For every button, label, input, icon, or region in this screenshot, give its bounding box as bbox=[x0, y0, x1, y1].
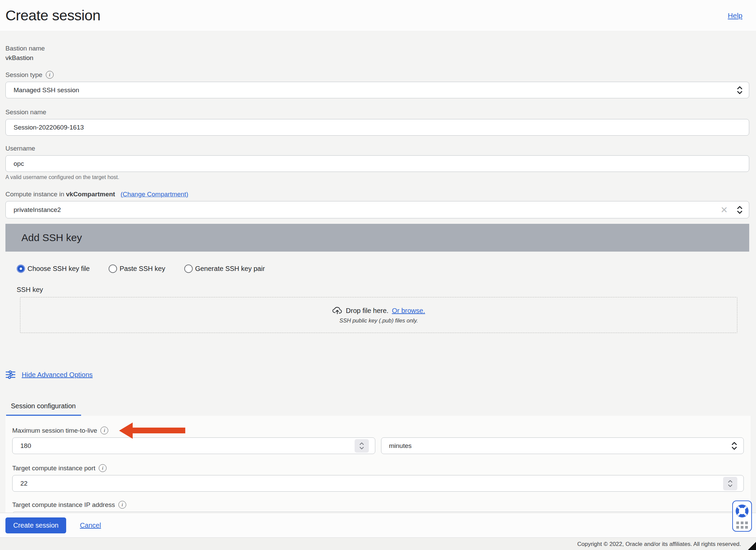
session-type-selected-value: Managed SSH session bbox=[14, 86, 79, 94]
page-title: Create session bbox=[5, 7, 100, 24]
bastion-name-label: Bastion name bbox=[5, 45, 749, 52]
radio-selected-icon bbox=[17, 264, 25, 273]
number-stepper[interactable] bbox=[355, 439, 369, 453]
upload-cloud-icon bbox=[332, 307, 342, 315]
radio-label: Choose SSH key file bbox=[27, 265, 90, 273]
browse-link[interactable]: Or browse. bbox=[392, 307, 425, 315]
radio-label: Paste SSH key bbox=[119, 265, 165, 273]
session-name-label: Session name bbox=[5, 109, 749, 116]
number-stepper[interactable] bbox=[723, 477, 737, 490]
ttl-unit-select[interactable]: minutes bbox=[381, 437, 744, 454]
radio-paste-ssh-key[interactable]: Paste SSH key bbox=[109, 264, 165, 273]
radio-generate-ssh-key-pair[interactable]: Generate SSH key pair bbox=[184, 264, 265, 273]
session-type-select[interactable]: Managed SSH session bbox=[5, 82, 749, 98]
tab-session-configuration[interactable]: Session configuration bbox=[6, 402, 81, 416]
drag-handle-dots-icon bbox=[736, 522, 748, 529]
copyright-text: Copyright © 2022, Oracle and/or its affi… bbox=[577, 541, 741, 548]
hide-advanced-options-link[interactable]: Hide Advanced Options bbox=[22, 371, 93, 379]
ip-address-label: Target compute instance IP address bbox=[12, 501, 115, 509]
ssh-key-label: SSH key bbox=[17, 286, 739, 294]
change-compartment-link[interactable]: (Change Compartment) bbox=[120, 191, 188, 198]
dropzone-hint: SSH public key (.pub) files only. bbox=[339, 317, 418, 324]
help-link[interactable]: Help bbox=[728, 12, 742, 20]
create-session-button[interactable]: Create session bbox=[5, 517, 66, 533]
add-ssh-key-panel: Add SSH key Choose SSH key file Paste SS… bbox=[5, 224, 749, 351]
username-helper-text: A valid username configured on the targe… bbox=[5, 174, 749, 180]
radio-unselected-icon bbox=[184, 264, 193, 273]
ttl-value-input[interactable]: 180 bbox=[12, 437, 375, 454]
ttl-value: 180 bbox=[20, 442, 31, 450]
add-ssh-key-title: Add SSH key bbox=[21, 232, 82, 243]
ip-address-info-icon[interactable]: i bbox=[118, 501, 126, 509]
session-type-label: Session type bbox=[5, 71, 42, 79]
cancel-link[interactable]: Cancel bbox=[80, 522, 101, 529]
page-header: Create session Help bbox=[0, 0, 756, 31]
session-type-info-icon[interactable]: i bbox=[46, 71, 54, 79]
lifebuoy-icon bbox=[735, 504, 750, 518]
compute-instance-label: Compute instance in vkCompartment bbox=[5, 191, 115, 198]
compartment-name: vkCompartment bbox=[66, 191, 115, 198]
mouse-cursor bbox=[744, 541, 756, 550]
radio-unselected-icon bbox=[109, 264, 117, 273]
port-info-icon[interactable]: i bbox=[99, 464, 107, 472]
action-bar: Create session Cancel bbox=[0, 513, 756, 538]
chevron-updown-icon bbox=[737, 85, 743, 95]
help-widget[interactable] bbox=[732, 500, 752, 532]
ttl-info-icon[interactable]: i bbox=[100, 427, 108, 434]
port-label: Target compute instance port bbox=[12, 465, 95, 472]
radio-label: Generate SSH key pair bbox=[195, 265, 265, 273]
ttl-label: Maximum session time-to-live bbox=[12, 427, 97, 434]
session-name-input[interactable]: Session-20220609-1613 bbox=[5, 119, 749, 136]
radio-choose-ssh-key-file[interactable]: Choose SSH key file bbox=[17, 264, 90, 273]
port-value: 22 bbox=[20, 480, 27, 487]
dropzone-text: Drop file here. bbox=[346, 307, 389, 315]
ttl-unit-value: minutes bbox=[389, 442, 412, 450]
clear-selection-icon[interactable]: ✕ bbox=[720, 205, 728, 214]
add-ssh-key-panel-header: Add SSH key bbox=[5, 224, 749, 252]
chevron-updown-icon bbox=[737, 205, 743, 215]
bastion-name-value: vkBastion bbox=[5, 54, 749, 62]
compute-instance-selected-value: privateInstance2 bbox=[14, 206, 61, 214]
session-name-value: Session-20220609-1613 bbox=[14, 124, 84, 131]
ssh-key-dropzone[interactable]: Drop file here. Or browse. SSH public ke… bbox=[20, 297, 737, 333]
username-input[interactable]: opc bbox=[5, 155, 749, 172]
chevron-updown-icon bbox=[731, 441, 737, 451]
username-label: Username bbox=[5, 145, 749, 152]
compute-instance-select[interactable]: privateInstance2 ✕ bbox=[5, 201, 749, 218]
port-input[interactable]: 22 bbox=[12, 475, 744, 492]
username-value: opc bbox=[14, 160, 24, 168]
create-session-form: Bastion name vkBastion Session type i Ma… bbox=[0, 45, 756, 534]
page-footer: Copyright © 2022, Oracle and/or its affi… bbox=[0, 538, 756, 550]
sliders-icon bbox=[5, 370, 16, 380]
ssh-key-mode-radio-group: Choose SSH key file Paste SSH key Genera… bbox=[17, 264, 739, 273]
